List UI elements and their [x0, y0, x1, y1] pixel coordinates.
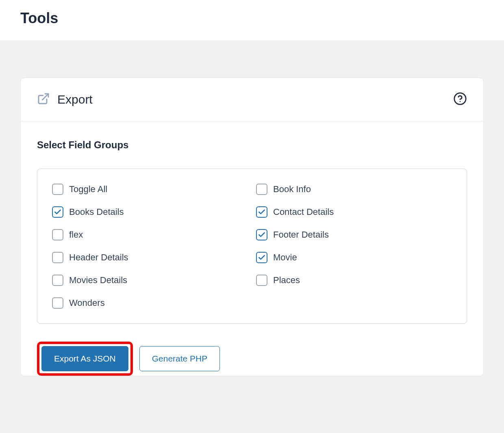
checkbox-footer-details[interactable]	[256, 229, 267, 240]
checkbox-label[interactable]: Wonders	[69, 298, 105, 308]
checkbox-label[interactable]: Contact Details	[273, 207, 334, 217]
export-card: Export Select Field Groups	[20, 78, 484, 376]
checkbox-label[interactable]: Places	[273, 275, 300, 286]
svg-line-0	[42, 94, 48, 100]
checkbox-toggle-all[interactable]	[52, 184, 63, 195]
checkbox-header-details[interactable]	[52, 252, 63, 263]
checkbox-label[interactable]: Footer Details	[273, 229, 329, 240]
checkbox-row-toggle-all: Toggle All	[52, 184, 248, 195]
checkbox-row-places: Places	[256, 275, 452, 286]
checkbox-row-books-details: Books Details	[52, 206, 248, 218]
help-icon[interactable]	[453, 92, 467, 107]
button-row: Export As JSON Generate PHP	[37, 342, 467, 376]
checkbox-label[interactable]: Header Details	[69, 252, 128, 263]
card-header-left: Export	[37, 92, 446, 107]
card-header: Export	[21, 78, 483, 121]
checkbox-flex[interactable]	[52, 229, 63, 240]
checkbox-label[interactable]: flex	[69, 229, 83, 240]
checkbox-row-wonders: Wonders	[52, 297, 248, 309]
section-label: Select Field Groups	[37, 139, 467, 151]
content-area: Export Select Field Groups	[0, 41, 504, 392]
checkbox-places[interactable]	[256, 275, 267, 286]
generate-php-button[interactable]: Generate PHP	[139, 346, 220, 371]
export-json-button[interactable]: Export As JSON	[41, 346, 128, 371]
checkbox-row-movies-details: Movies Details	[52, 275, 248, 286]
checkbox-row-footer-details: Footer Details	[256, 229, 452, 240]
checkbox-movie[interactable]	[256, 252, 267, 263]
checkbox-label[interactable]: Movie	[273, 252, 297, 263]
checkbox-row-flex: flex	[52, 229, 248, 240]
checkbox-label[interactable]: Books Details	[69, 207, 124, 217]
card-body: Select Field Groups Toggle All	[21, 121, 483, 376]
checkbox-movies-details[interactable]	[52, 275, 63, 286]
export-icon	[37, 92, 50, 107]
checkbox-contact-details[interactable]	[256, 206, 267, 218]
page-title: Tools	[20, 10, 484, 27]
page-header: Tools	[0, 0, 504, 41]
checkbox-panel: Toggle All Books Details f	[37, 169, 467, 324]
checkbox-book-info[interactable]	[256, 184, 267, 195]
checkbox-row-movie: Movie	[256, 252, 452, 263]
checkbox-row-contact-details: Contact Details	[256, 206, 452, 218]
highlight-box: Export As JSON	[37, 342, 133, 376]
checkbox-wonders[interactable]	[52, 297, 63, 309]
checkbox-books-details[interactable]	[52, 206, 63, 218]
card-title: Export	[57, 93, 93, 106]
checkbox-col-right: Book Info Contact Details	[256, 184, 452, 309]
checkbox-grid: Toggle All Books Details f	[52, 184, 452, 309]
checkbox-label[interactable]: Movies Details	[69, 275, 127, 286]
checkbox-col-left: Toggle All Books Details f	[52, 184, 248, 309]
checkbox-row-book-info: Book Info	[256, 184, 452, 195]
checkbox-label[interactable]: Book Info	[273, 184, 311, 195]
checkbox-label[interactable]: Toggle All	[69, 184, 107, 195]
checkbox-row-header-details: Header Details	[52, 252, 248, 263]
